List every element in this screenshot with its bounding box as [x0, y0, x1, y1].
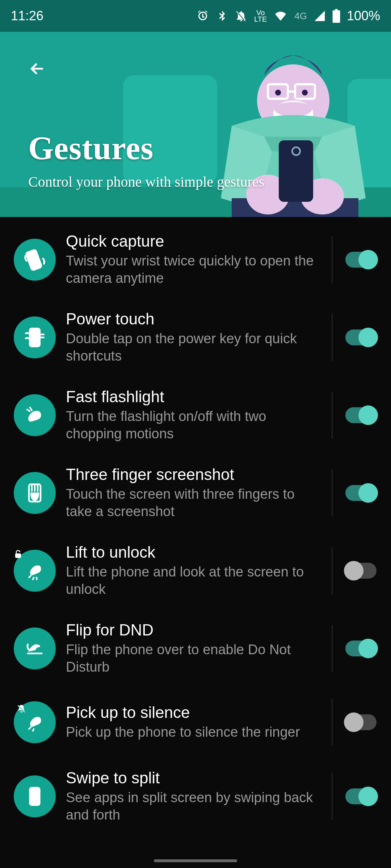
gesture-item-body[interactable]: Swipe to splitSee apps in split screen b…: [66, 769, 319, 824]
chop-icon: [14, 394, 56, 436]
status-icons: VoLTE 4G 100%: [196, 8, 380, 24]
toggle-knob: [358, 787, 378, 806]
wifi-icon: [273, 9, 288, 23]
battery-icon: [332, 9, 340, 23]
gesture-item[interactable]: Flip for DNDFlip the phone over to enabl…: [0, 609, 391, 687]
divider: [332, 392, 332, 439]
gesture-item-body[interactable]: Three finger screenshotTouch the screen …: [66, 465, 319, 520]
svg-point-11: [274, 102, 312, 116]
page-subtitle: Control your phone with simple gestures: [28, 173, 264, 190]
gesture-toggle[interactable]: [345, 329, 377, 345]
gesture-item[interactable]: Fast flashlightTurn the flashlight on/of…: [0, 376, 391, 454]
divider: [332, 314, 332, 361]
gesture-item-desc: Touch the screen with three fingers to t…: [66, 486, 319, 520]
toggle-knob: [358, 483, 378, 503]
bell-off-badge-icon: [15, 703, 28, 715]
gesture-item-title: Fast flashlight: [66, 388, 319, 406]
divider: [332, 773, 332, 820]
battery-percent: 100%: [347, 8, 380, 24]
gesture-item-body[interactable]: Power touchDouble tap on the power key f…: [66, 310, 319, 365]
flip-icon: [14, 627, 56, 669]
toggle-knob: [358, 405, 378, 425]
gesture-item-title: Lift to unlock: [66, 543, 319, 561]
gesture-item-body[interactable]: Pick up to silencePick up the phone to s…: [66, 703, 319, 741]
gesture-item-title: Quick capture: [66, 232, 319, 250]
svg-rect-17: [26, 250, 42, 271]
alarm-icon: [196, 9, 209, 22]
gesture-item-desc: Double tap on the power key for quick sh…: [66, 330, 319, 365]
gesture-list: Quick captureTwist your wrist twice quic…: [0, 217, 391, 835]
gesture-toggle[interactable]: [345, 714, 377, 730]
gesture-item-title: Three finger screenshot: [66, 465, 319, 484]
bluetooth-icon: [216, 10, 228, 22]
gesture-item-body[interactable]: Quick captureTwist your wrist twice quic…: [66, 232, 319, 287]
toggle-knob: [344, 712, 363, 732]
gesture-item-body[interactable]: Lift to unlockLift the phone and look at…: [66, 543, 319, 598]
gesture-item[interactable]: Quick captureTwist your wrist twice quic…: [0, 221, 391, 298]
pickup-icon: [14, 701, 56, 743]
gesture-item-desc: Pick up the phone to silence the ringer: [66, 724, 319, 741]
three-finger-icon: [14, 472, 56, 514]
lock-badge-icon: [12, 548, 25, 561]
gesture-item-title: Swipe to split: [66, 769, 319, 787]
toggle-knob: [358, 639, 378, 658]
gesture-item-desc: Turn the flashlight on/off with two chop…: [66, 408, 319, 442]
divider: [332, 699, 332, 746]
svg-rect-20: [16, 553, 21, 557]
gesture-toggle[interactable]: [345, 485, 377, 501]
divider: [332, 625, 332, 672]
gesture-item[interactable]: Lift to unlockLift the phone and look at…: [0, 532, 391, 609]
gesture-item[interactable]: Power touchDouble tap on the power key f…: [0, 298, 391, 376]
back-button[interactable]: [25, 57, 49, 80]
gesture-item[interactable]: Pick up to silencePick up the phone to s…: [0, 687, 391, 757]
status-time: 11:26: [11, 8, 43, 24]
gesture-toggle[interactable]: [345, 407, 377, 423]
svg-point-9: [302, 90, 308, 95]
gesture-toggle[interactable]: [345, 563, 377, 579]
divider: [332, 547, 332, 594]
toggle-knob: [358, 250, 378, 269]
twist-phone-icon: [14, 239, 56, 281]
gesture-item-body[interactable]: Flip for DNDFlip the phone over to enabl…: [66, 621, 319, 676]
toggle-knob: [358, 328, 378, 347]
gesture-item-desc: Twist your wrist twice quickly to open t…: [66, 252, 319, 287]
power-tap-icon: [14, 316, 56, 358]
gesture-item-desc: See apps in split screen by swiping back…: [66, 789, 319, 824]
gesture-toggle[interactable]: [345, 788, 377, 804]
gesture-toggle[interactable]: [345, 252, 377, 268]
gesture-item-title: Flip for DND: [66, 621, 319, 639]
page-title: Gestures: [28, 129, 264, 167]
toggle-knob: [344, 561, 363, 580]
svg-rect-18: [30, 328, 40, 346]
divider: [332, 236, 332, 283]
gesture-item[interactable]: Swipe to splitSee apps in split screen b…: [0, 757, 391, 835]
lift-unlock-icon: [14, 550, 56, 592]
volte-icon: VoLTE: [254, 9, 267, 22]
gesture-item-title: Pick up to silence: [66, 703, 319, 722]
gesture-item-desc: Flip the phone over to enable Do Not Dis…: [66, 641, 319, 676]
header: Gestures Control your phone with simple …: [0, 32, 391, 217]
gesture-item-desc: Lift the phone and look at the screen to…: [66, 563, 319, 598]
gesture-item[interactable]: Three finger screenshotTouch the screen …: [0, 454, 391, 532]
svg-rect-15: [279, 140, 313, 202]
status-bar: 11:26 VoLTE 4G 100%: [0, 0, 391, 32]
gesture-item-body[interactable]: Fast flashlightTurn the flashlight on/of…: [66, 388, 319, 442]
network-type: 4G: [294, 10, 307, 22]
dnd-icon: [235, 9, 248, 22]
swipe-split-icon: [14, 775, 56, 817]
gesture-toggle[interactable]: [345, 641, 377, 656]
nav-indicator[interactable]: [154, 859, 237, 862]
divider: [332, 469, 332, 516]
signal-icon: [314, 10, 326, 22]
svg-point-8: [275, 90, 281, 95]
gesture-item-title: Power touch: [66, 310, 319, 328]
